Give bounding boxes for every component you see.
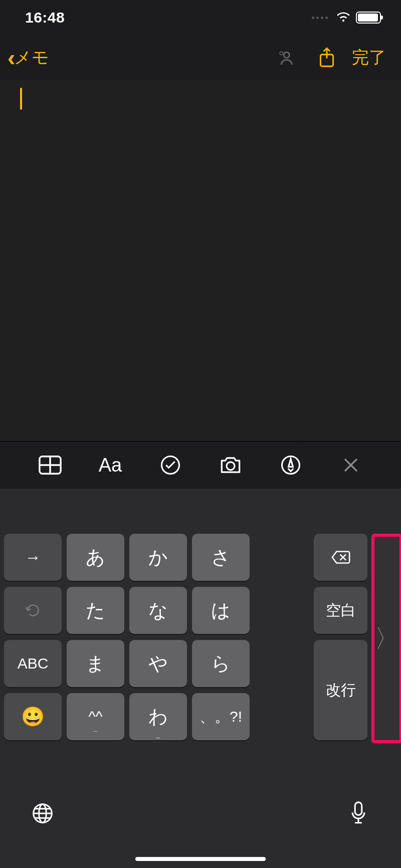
back-button[interactable]: ‹ メモ [8, 46, 49, 69]
back-label: メモ [14, 46, 49, 69]
kana-ya[interactable]: や [129, 640, 187, 687]
status-right [312, 10, 381, 25]
kana-punct[interactable]: 、。?! [192, 693, 250, 740]
nav-bar: ‹ メモ 完了 [0, 35, 401, 80]
svg-point-9 [227, 462, 235, 470]
kana-grid: → あ か さ た な は ABC ま や ら [4, 534, 314, 746]
kana-ra[interactable]: ら [192, 640, 250, 687]
keyboard-bottom-row [0, 746, 401, 868]
chevron-right-icon: 〉 [374, 622, 399, 656]
kana-a[interactable]: あ [67, 534, 124, 581]
space-key[interactable]: 空白 [314, 587, 367, 634]
kana-na[interactable]: な [129, 587, 187, 634]
keyboard-expand-handle[interactable]: 〉 [371, 534, 401, 743]
kana-ta[interactable]: た [67, 587, 124, 634]
text-format-icon[interactable]: Aa [98, 453, 123, 478]
svg-rect-18 [355, 802, 362, 815]
kana-symbols[interactable]: ^^¯ [67, 693, 124, 740]
svg-point-0 [284, 52, 289, 58]
kana-ha[interactable]: は [192, 587, 250, 634]
table-icon[interactable] [38, 453, 63, 478]
status-bar: 16:48 [0, 0, 401, 35]
note-editor[interactable] [0, 80, 401, 441]
status-time: 16:48 [25, 9, 65, 26]
kana-sa[interactable]: さ [192, 534, 250, 581]
nav-actions [275, 47, 338, 69]
wifi-icon [336, 10, 351, 25]
note-toolbar: Aa [0, 441, 401, 489]
signal-dots [312, 17, 328, 19]
text-cursor [20, 88, 22, 110]
return-key[interactable]: 改行 [314, 640, 367, 740]
markup-icon[interactable] [278, 453, 303, 478]
done-button[interactable]: 完了 [352, 46, 386, 69]
dictation-icon[interactable] [346, 801, 371, 826]
kana-ma[interactable]: ま [67, 640, 124, 687]
share-icon[interactable] [316, 47, 338, 69]
collaborate-icon[interactable] [275, 47, 297, 69]
undo-key[interactable] [4, 587, 62, 634]
close-icon[interactable] [338, 453, 363, 478]
kana-ka[interactable]: か [129, 534, 187, 581]
globe-icon[interactable] [30, 801, 55, 826]
home-indicator[interactable] [135, 857, 266, 861]
emoji-key[interactable]: 😀 [4, 693, 62, 740]
checklist-icon[interactable] [158, 453, 183, 478]
camera-icon[interactable] [218, 453, 243, 478]
kana-wa[interactable]: わ_ [129, 693, 187, 740]
keyboard: → あ か さ た な は ABC ま や ら [0, 489, 401, 868]
battery-icon [356, 12, 381, 24]
abc-key[interactable]: ABC [4, 640, 62, 687]
delete-key[interactable] [314, 534, 367, 581]
tab-key[interactable]: → [4, 534, 62, 581]
suggestion-bar[interactable] [0, 489, 401, 534]
